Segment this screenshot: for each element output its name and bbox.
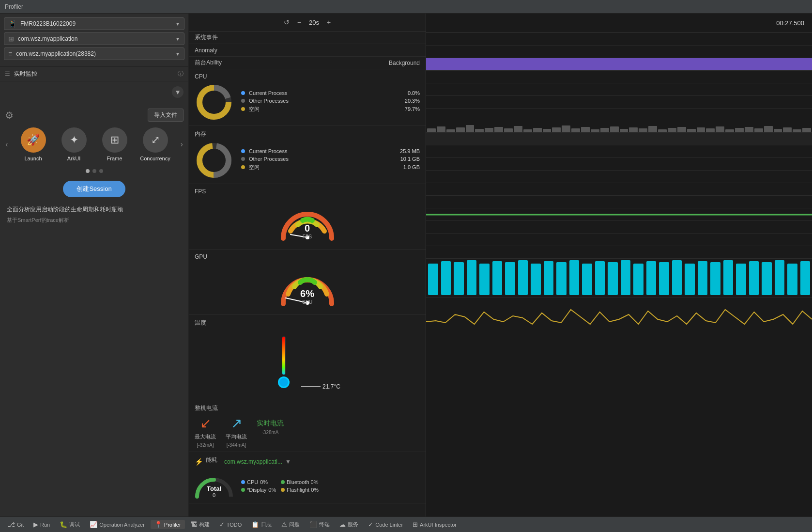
taskbar-git-label: Git bbox=[17, 522, 24, 528]
left-panel: 📱 FMR0223B16022009 ▼ ⊞ com.wsz.myapplica… bbox=[0, 14, 189, 516]
minus-button[interactable]: − bbox=[297, 18, 301, 26]
next-button[interactable]: › bbox=[181, 140, 183, 149]
monitor-label: 实时监控 bbox=[14, 70, 178, 78]
fps-title: FPS bbox=[195, 188, 420, 195]
taskbar-code-linter-label: Code Linter bbox=[375, 522, 403, 528]
mem-idle-value: 1.0 GB bbox=[403, 164, 420, 170]
prev-button[interactable]: ‹ bbox=[5, 140, 8, 149]
services-icon: ☁ bbox=[339, 521, 346, 528]
taskbar-services[interactable]: ☁ 服务 bbox=[336, 520, 362, 529]
max-current-label: 最大电流 bbox=[195, 433, 216, 440]
tool-frame[interactable]: ⊞ Frame bbox=[99, 127, 130, 161]
taskbar-profiler[interactable]: 📍 Profiler bbox=[151, 520, 185, 529]
max-current: ↙ 最大电流 [-32mA] bbox=[195, 415, 216, 448]
energy-flashlight: Flashlight 0% bbox=[281, 487, 319, 493]
tool-launch[interactable]: 🚀 Launch bbox=[18, 127, 49, 161]
device-arrow-icon: ▼ bbox=[175, 21, 180, 27]
cpu-legend-idle: 空闲 79.7% bbox=[241, 106, 420, 113]
concurrency-label: Concurrency bbox=[140, 156, 170, 161]
app-select[interactable]: ⊞ com.wsz.myapplication ▼ bbox=[4, 32, 184, 45]
cpu-other-value: 20.3% bbox=[405, 98, 420, 104]
taskbar-terminal[interactable]: ⬛ 终端 bbox=[306, 520, 334, 529]
mem-idle-dot bbox=[241, 165, 245, 169]
launch-icon: 🚀 bbox=[21, 127, 46, 153]
mem-legend-idle: 空闲 1.0 GB bbox=[241, 164, 420, 171]
cpu-other-name: Other Processes bbox=[249, 98, 401, 104]
taskbar-git[interactable]: ⎇ Git bbox=[4, 520, 28, 529]
memory-title: 内存 bbox=[195, 130, 420, 138]
energy-display-value: 0% bbox=[268, 487, 276, 493]
temp-section: 温度 bbox=[189, 315, 426, 400]
run-icon: ▶ bbox=[33, 521, 38, 528]
sys-event-row: 系统事件 bbox=[189, 31, 426, 44]
arkui-inspector-icon: ⊞ bbox=[413, 521, 418, 528]
log-icon: 📋 bbox=[251, 521, 259, 528]
process-icon: ≡ bbox=[8, 50, 12, 58]
frame-label: Frame bbox=[107, 156, 123, 161]
cpu-title: CPU bbox=[195, 73, 420, 80]
timeline-sys-event bbox=[426, 33, 812, 46]
monitor-icon: ☰ bbox=[5, 71, 10, 78]
cpu-donut bbox=[195, 83, 233, 122]
fps-unit: FPS bbox=[303, 234, 312, 239]
memory-section: 内存 Current Process 25.9 MB bbox=[189, 126, 426, 184]
dots-indicator bbox=[86, 169, 103, 173]
taskbar-log[interactable]: 📋 日志 bbox=[247, 520, 276, 529]
cpu-content: Current Process 0.0% Other Processes 20.… bbox=[195, 83, 420, 122]
app-arrow-icon: ▼ bbox=[175, 36, 180, 42]
taskbar-issues[interactable]: ⚠ 问题 bbox=[277, 520, 304, 529]
timeline-temp-row1 bbox=[426, 221, 812, 234]
info-icon[interactable]: ⓘ bbox=[178, 70, 184, 78]
memory-content: Current Process 25.9 MB Other Processes … bbox=[195, 141, 420, 180]
max-current-value: [-32mA] bbox=[197, 442, 214, 448]
fps-gauge: 0 FPS bbox=[276, 200, 339, 243]
taskbar-run[interactable]: ▶ Run bbox=[30, 520, 54, 529]
frame-icon: ⊞ bbox=[102, 127, 127, 153]
taskbar-todo[interactable]: ✓ TODO bbox=[215, 520, 246, 529]
cpu-idle-value: 79.7% bbox=[405, 106, 420, 112]
energy-cpu: CPU 0% bbox=[241, 479, 279, 485]
device-select[interactable]: 📱 FMR0223B16022009 ▼ bbox=[4, 17, 184, 30]
create-session-button[interactable]: 创建Session bbox=[63, 181, 125, 197]
taskbar-issues-label: 问题 bbox=[289, 521, 300, 528]
arkui-icon: ✦ bbox=[61, 127, 87, 153]
thermometer-svg bbox=[274, 334, 293, 392]
memory-legend: Current Process 25.9 MB Other Processes … bbox=[241, 148, 420, 173]
timeline-content bbox=[426, 33, 812, 445]
taskbar-debug[interactable]: 🐛 调试 bbox=[56, 520, 84, 529]
cpu-bar-chart bbox=[426, 109, 812, 133]
sys-event-label: 系统事件 bbox=[195, 33, 253, 42]
tool-concurrency[interactable]: ⤢ Concurrency bbox=[140, 127, 171, 161]
process-select[interactable]: ≡ com.wsz.myapplication(28382) ▼ bbox=[4, 47, 184, 60]
profiler-icon: 📍 bbox=[154, 521, 162, 528]
gpu-unit: GPU bbox=[300, 299, 314, 305]
taskbar-code-linter[interactable]: ✓ Code Linter bbox=[364, 520, 407, 529]
fps-section: FPS 0 bbox=[189, 184, 426, 250]
taskbar-operation-analyzer[interactable]: 📈 Operation Analyzer bbox=[86, 520, 149, 529]
timeline-temp-row2 bbox=[426, 234, 812, 246]
timeline-time: 00:27.500 bbox=[776, 19, 804, 27]
cyan-bar-chart bbox=[426, 259, 812, 297]
app-title: Profiler bbox=[5, 3, 23, 10]
timeline-temp-row3 bbox=[426, 246, 812, 259]
operation-analyzer-icon: 📈 bbox=[90, 521, 97, 528]
reset-button[interactable]: ↺ bbox=[284, 18, 290, 26]
avg-current-value: [-344mA] bbox=[227, 442, 246, 448]
expand-button[interactable]: ▼ bbox=[172, 86, 184, 98]
tool-arkui[interactable]: ✦ ArkUI bbox=[59, 127, 90, 161]
issues-icon: ⚠ bbox=[281, 521, 287, 528]
debug-icon: 🐛 bbox=[60, 521, 67, 528]
fps-value: 0 bbox=[303, 223, 312, 234]
device-icon: 📱 bbox=[8, 20, 16, 28]
energy-bt-dot bbox=[281, 480, 285, 484]
mem-other-value: 10.1 GB bbox=[400, 156, 420, 162]
import-button[interactable]: 导入文件 bbox=[148, 109, 184, 122]
avg-current-label: 平均电流 bbox=[226, 433, 247, 440]
taskbar-arkui-inspector[interactable]: ⊞ ArkUI Inspector bbox=[409, 520, 460, 529]
monitor-bar: ☰ 实时监控 ⓘ bbox=[0, 67, 188, 81]
gear-icon[interactable]: ⚙ bbox=[5, 110, 14, 121]
plus-button[interactable]: + bbox=[327, 18, 331, 26]
taskbar-log-label: 日志 bbox=[261, 521, 272, 528]
taskbar-build[interactable]: 🏗 构建 bbox=[187, 520, 214, 529]
foreground-label: 前台Ability bbox=[195, 59, 253, 67]
